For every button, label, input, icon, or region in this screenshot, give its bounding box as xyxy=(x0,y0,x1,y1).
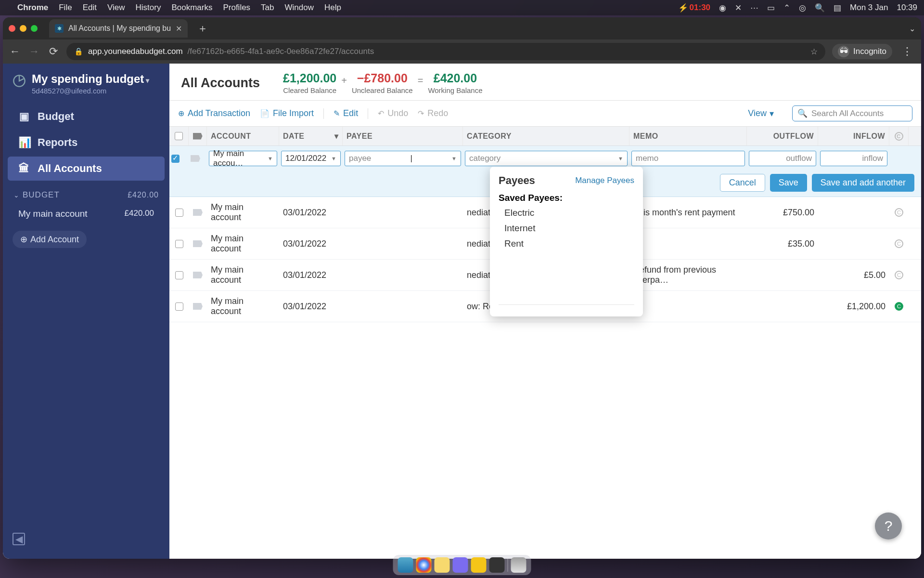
column-account[interactable]: ACCOUNT xyxy=(207,127,279,145)
cancel-button[interactable]: Cancel xyxy=(720,174,765,192)
menu-bookmarks[interactable]: Bookmarks xyxy=(171,3,212,13)
row-flag[interactable] xyxy=(189,228,207,259)
dock-notes-icon[interactable] xyxy=(435,557,450,573)
back-button[interactable]: ← xyxy=(9,45,21,58)
account-select[interactable]: My main accou…▼ xyxy=(209,151,277,166)
siri-icon[interactable]: ▤ xyxy=(834,3,841,13)
row-flag[interactable] xyxy=(189,197,207,228)
file-import-button[interactable]: 📄File Import xyxy=(260,108,314,118)
add-transaction-button[interactable]: ⊕Add Transaction xyxy=(178,108,250,118)
main-panel: All Accounts £1,200.00 Cleared Balance +… xyxy=(169,64,921,559)
menubar-app-name[interactable]: Chrome xyxy=(17,3,48,13)
sidebar-account-item[interactable]: My main account £420.00 xyxy=(3,204,169,224)
manage-payees-link[interactable]: Manage Payees xyxy=(575,176,634,185)
sidebar-item-reports[interactable]: 📊 Reports xyxy=(8,131,165,155)
row-cleared[interactable]: C xyxy=(889,228,909,259)
dock-app-icon[interactable] xyxy=(453,557,468,573)
new-tab-button[interactable]: ＋ xyxy=(192,21,213,36)
battery-status-icon[interactable]: ⚡01:30 xyxy=(678,3,710,13)
undo-icon: ↶ xyxy=(378,109,384,118)
battery-icon[interactable]: ▭ xyxy=(767,3,775,13)
dock-trash-icon[interactable] xyxy=(511,557,526,573)
url-input[interactable]: 🔒 app.youneedabudget.com/fe67162b-e665-4… xyxy=(66,43,825,60)
inflow-input[interactable]: inflow xyxy=(820,151,887,166)
menubar-time[interactable]: 10:39 xyxy=(897,3,917,13)
dock-app-icon[interactable] xyxy=(471,557,487,573)
wifi-icon[interactable]: ⌃ xyxy=(783,3,790,13)
maximize-window-icon[interactable] xyxy=(31,25,38,32)
menu-history[interactable]: History xyxy=(135,3,161,13)
status-icon-1[interactable]: ◉ xyxy=(719,3,726,13)
reload-button[interactable]: ⟳ xyxy=(47,45,60,58)
plus-icon: ⊕ xyxy=(20,234,27,245)
tab-overflow-icon[interactable]: ⌄ xyxy=(909,24,915,33)
dock-chrome-icon[interactable] xyxy=(416,557,432,573)
date-select[interactable]: 12/01/2022▼ xyxy=(281,151,341,166)
budget-switcher[interactable]: My spending budget▾ 5d485270@uifeed.com xyxy=(3,70,169,104)
help-button[interactable]: ? xyxy=(875,512,902,539)
column-inflow[interactable]: INFLOW xyxy=(818,127,889,145)
add-account-button[interactable]: ⊕ Add Account xyxy=(13,231,87,248)
close-window-icon[interactable] xyxy=(9,25,15,32)
category-select[interactable]: category▼ xyxy=(465,151,628,166)
minimize-window-icon[interactable] xyxy=(20,25,26,32)
sidebar-section-budget[interactable]: ⌄ BUDGET £420.00 xyxy=(3,182,169,204)
row-date: 03/01/2022 xyxy=(279,260,343,290)
menu-tab[interactable]: Tab xyxy=(261,3,274,13)
sidebar-item-budget[interactable]: ▣ Budget xyxy=(8,105,165,129)
row-checkbox[interactable] xyxy=(169,291,189,322)
row-cleared[interactable]: C xyxy=(889,260,909,290)
sidebar-collapse[interactable]: ◀ xyxy=(3,526,169,552)
menu-view[interactable]: View xyxy=(107,3,125,13)
row-flag[interactable] xyxy=(189,260,207,290)
undo-button[interactable]: ↶Undo xyxy=(378,108,408,118)
column-payee[interactable]: PAYEE xyxy=(343,127,463,145)
outflow-input[interactable]: outflow xyxy=(749,151,816,166)
browser-menu-icon[interactable]: ⋮ xyxy=(899,45,915,58)
dock-finder-icon[interactable] xyxy=(398,557,413,573)
row-flag[interactable] xyxy=(189,153,207,164)
payee-option[interactable]: Rent xyxy=(499,236,634,251)
memo-input[interactable]: memo xyxy=(631,151,745,166)
forward-button[interactable]: → xyxy=(28,45,40,58)
incognito-badge[interactable]: 🕶 Incognito xyxy=(832,44,892,59)
status-icon-3[interactable]: ⋯ xyxy=(750,3,758,13)
menu-edit[interactable]: Edit xyxy=(83,3,97,13)
row-cleared[interactable]: C xyxy=(889,197,909,228)
bookmark-star-icon[interactable]: ☆ xyxy=(810,47,818,57)
menu-help[interactable]: Help xyxy=(324,3,341,13)
column-category[interactable]: CATEGORY xyxy=(463,127,629,145)
row-checkbox[interactable] xyxy=(169,228,189,259)
save-button[interactable]: Save xyxy=(770,174,807,192)
spotlight-icon[interactable]: 🔍 xyxy=(815,3,825,13)
row-checkbox[interactable] xyxy=(169,197,189,228)
payee-option[interactable]: Electric xyxy=(499,205,634,221)
save-add-another-button[interactable]: Save and add another xyxy=(812,174,914,192)
status-icon-2[interactable]: ✕ xyxy=(735,3,742,13)
payee-select[interactable]: payee|▼ xyxy=(345,151,461,166)
row-flag[interactable] xyxy=(189,291,207,322)
row-checkbox[interactable] xyxy=(169,153,189,165)
row-date: 03/01/2022 xyxy=(279,228,343,259)
row-checkbox[interactable] xyxy=(169,260,189,290)
column-memo[interactable]: MEMO xyxy=(629,127,747,145)
sidebar-item-all-accounts[interactable]: 🏛 All Accounts xyxy=(8,157,165,181)
tab-close-icon[interactable]: ✕ xyxy=(176,24,182,33)
menu-profiles[interactable]: Profiles xyxy=(223,3,250,13)
select-all-checkbox[interactable] xyxy=(169,127,189,145)
column-outflow[interactable]: OUTFLOW xyxy=(747,127,818,145)
view-button[interactable]: View▾ xyxy=(748,108,774,119)
dock-terminal-icon[interactable] xyxy=(489,557,505,573)
menu-file[interactable]: File xyxy=(59,3,72,13)
browser-tab[interactable]: ✱ All Accounts | My spending bu ✕ xyxy=(49,19,188,38)
macos-dock xyxy=(393,555,531,575)
edit-button[interactable]: ✎Edit xyxy=(334,108,358,118)
row-cleared[interactable]: C xyxy=(889,291,909,322)
search-input[interactable]: 🔍 Search All Accounts xyxy=(792,105,912,121)
menu-window[interactable]: Window xyxy=(285,3,314,13)
menubar-date[interactable]: Mon 3 Jan xyxy=(850,3,888,13)
redo-button[interactable]: ↷Redo xyxy=(418,108,448,118)
control-center-icon[interactable]: ◎ xyxy=(799,3,806,13)
payee-option counter[interactable]: Internet xyxy=(499,221,634,236)
column-date[interactable]: DATE▾ xyxy=(279,127,343,145)
